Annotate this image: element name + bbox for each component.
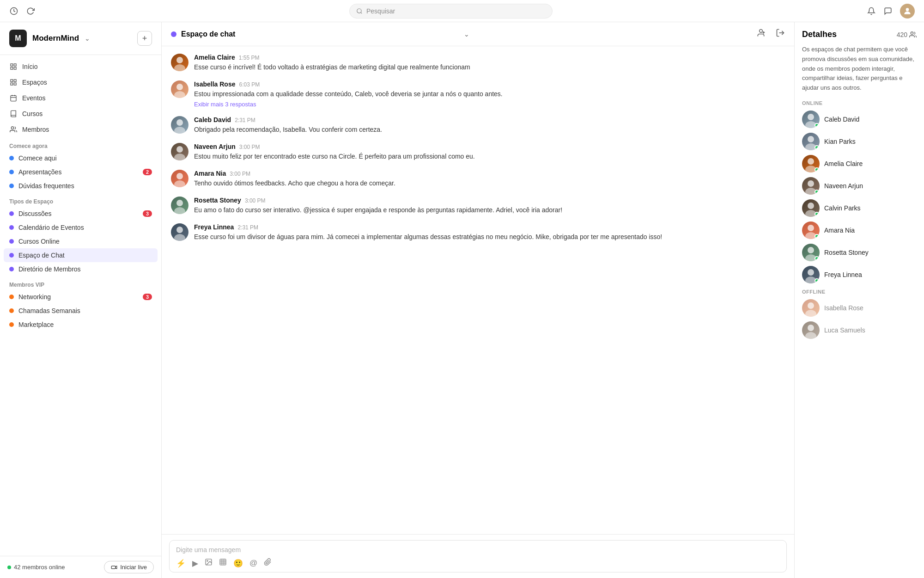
member-name: Kian Parks bbox=[824, 138, 856, 145]
chat-input-placeholder[interactable]: Digite uma mensagem bbox=[176, 546, 780, 558]
image-icon[interactable] bbox=[205, 558, 213, 568]
search-placeholder: Pesquisar bbox=[366, 7, 395, 15]
channel-label: Networking bbox=[18, 293, 51, 301]
channel-apresentacoes[interactable]: Apresentações 2 bbox=[0, 165, 161, 179]
channel-discussoes[interactable]: Discussões 3 bbox=[0, 207, 161, 221]
chat-input-toolbar: ⚡ ▶ 🙂 @ bbox=[176, 558, 780, 568]
details-title: Detalhes bbox=[802, 30, 837, 39]
user-avatar[interactable] bbox=[900, 4, 915, 18]
channel-duvidas[interactable]: Dúvidas frequentes bbox=[0, 179, 161, 193]
svg-point-51 bbox=[808, 180, 814, 187]
details-description: Os espaços de chat permitem que você pro… bbox=[802, 45, 917, 93]
svg-point-34 bbox=[174, 207, 185, 214]
avatar bbox=[802, 155, 820, 172]
message-header: Naveen Arjun 3:00 PM bbox=[194, 143, 785, 150]
avatar bbox=[171, 170, 188, 187]
live-button-label: Iniciar live bbox=[120, 564, 147, 571]
channel-diretorio[interactable]: Diretório de Membros bbox=[0, 262, 161, 276]
channel-marketplace[interactable]: Marketplace bbox=[0, 318, 161, 332]
svg-rect-39 bbox=[220, 559, 226, 565]
message-replies-link[interactable]: Exibir mais 3 respostas bbox=[194, 101, 785, 108]
bell-icon[interactable] bbox=[867, 6, 876, 16]
table-icon[interactable] bbox=[219, 558, 227, 568]
sidebar-nav: Início Espaços Eventos Cursos bbox=[0, 55, 161, 556]
avatar bbox=[802, 221, 820, 239]
sidebar-item-cursos[interactable]: Cursos bbox=[0, 106, 161, 122]
channel-badge: 3 bbox=[143, 210, 152, 217]
svg-point-59 bbox=[808, 269, 814, 276]
details-panel: Detalhes 420 Os espaços de chat permitem… bbox=[795, 22, 924, 578]
sidebar-item-eventos[interactable]: Eventos bbox=[0, 90, 161, 106]
message-text: Esse curso é incrível! É todo voltado à … bbox=[194, 62, 785, 72]
message-time: 1:55 PM bbox=[239, 55, 260, 61]
channel-dot bbox=[9, 267, 14, 271]
emoji-icon[interactable]: 🙂 bbox=[233, 559, 243, 568]
message-author: Caleb David bbox=[194, 116, 231, 123]
message-time: 3:00 PM bbox=[230, 171, 250, 177]
workspace-chevron-icon[interactable]: ⌄ bbox=[85, 35, 90, 42]
lightning-icon[interactable]: ⚡ bbox=[176, 559, 186, 568]
sidebar-item-membros[interactable]: Membros bbox=[0, 122, 161, 137]
message-text: Eu amo o fato do curso ser interativo. @… bbox=[194, 205, 785, 215]
details-header: Detalhes 420 bbox=[802, 30, 917, 39]
online-count: 42 membros online bbox=[14, 564, 65, 571]
avatar bbox=[171, 54, 188, 71]
mention-icon[interactable]: @ bbox=[249, 559, 257, 568]
message-author: Isabella Rose bbox=[194, 80, 236, 88]
message-time: 3:00 PM bbox=[245, 197, 266, 204]
message-header: Amara Nia 3:00 PM bbox=[194, 170, 785, 177]
leave-icon[interactable] bbox=[776, 28, 785, 40]
message-header: Rosetta Stoney 3:00 PM bbox=[194, 197, 785, 204]
table-row: Rosetta Stoney 3:00 PM Eu amo o fato do … bbox=[171, 197, 785, 215]
channel-calendario[interactable]: Calendário de Eventos bbox=[0, 221, 161, 234]
table-row: Freya Linnea 2:31 PM Esse curso foi um d… bbox=[171, 223, 785, 242]
member-name: Naveen Arjun bbox=[824, 182, 863, 190]
svg-point-30 bbox=[174, 154, 185, 160]
chat-title: Espaço de chat bbox=[181, 30, 459, 38]
svg-point-63 bbox=[808, 325, 814, 331]
channel-label: Apresentações bbox=[18, 168, 61, 176]
svg-point-23 bbox=[176, 57, 183, 63]
online-status-badge bbox=[815, 167, 819, 172]
add-member-icon[interactable] bbox=[756, 28, 766, 40]
play-icon[interactable]: ▶ bbox=[192, 559, 198, 568]
channel-label: Diretório de Membros bbox=[18, 265, 81, 273]
search-bar[interactable]: Pesquisar bbox=[349, 4, 553, 18]
channel-label: Marketplace bbox=[18, 321, 54, 328]
chat-icon[interactable] bbox=[883, 6, 893, 16]
channel-espaco-chat[interactable]: Espaço de Chat bbox=[4, 248, 158, 262]
attach-icon[interactable] bbox=[264, 558, 272, 568]
message-header: Caleb David 2:31 PM bbox=[194, 116, 785, 123]
channel-comece-aqui[interactable]: Comece aqui bbox=[0, 151, 161, 165]
online-status-badge bbox=[815, 145, 819, 150]
sidebar-item-inicio[interactable]: Início bbox=[0, 59, 161, 74]
channel-networking[interactable]: Networking 3 bbox=[0, 290, 161, 304]
sidebar-item-espacos[interactable]: Espaços bbox=[0, 74, 161, 90]
list-item: Rosetta Stoney bbox=[802, 244, 917, 261]
add-space-button[interactable]: + bbox=[137, 31, 152, 46]
section-comece-agora: Comece agora bbox=[0, 137, 161, 151]
home-icon bbox=[9, 62, 18, 71]
svg-point-31 bbox=[176, 173, 183, 179]
activity-icon[interactable] bbox=[9, 6, 18, 16]
svg-point-19 bbox=[760, 30, 763, 33]
channel-chamadas[interactable]: Chamadas Semanais bbox=[0, 304, 161, 318]
member-name: Isabella Rose bbox=[824, 304, 863, 312]
message-content: Amara Nia 3:00 PM Tenho ouvido ótimos fe… bbox=[194, 170, 785, 188]
table-row: Caleb David 2:31 PM Obrigado pela recome… bbox=[171, 116, 785, 135]
member-name: Rosetta Stoney bbox=[824, 249, 869, 256]
channel-cursos-online[interactable]: Cursos Online bbox=[0, 234, 161, 248]
svg-rect-4 bbox=[11, 64, 13, 66]
table-row: Amara Nia 3:00 PM Tenho ouvido ótimos fe… bbox=[171, 170, 785, 188]
message-text: Estou impressionada com a qualidade dess… bbox=[194, 89, 785, 99]
grid-icon bbox=[9, 78, 18, 86]
channel-chevron-icon[interactable]: ⌄ bbox=[464, 31, 469, 38]
history-icon[interactable] bbox=[26, 6, 35, 16]
message-content: Isabella Rose 6:03 PM Estou impressionad… bbox=[194, 80, 785, 108]
channel-dot bbox=[9, 225, 14, 230]
message-header: Isabella Rose 6:03 PM bbox=[194, 80, 785, 88]
live-button[interactable]: Iniciar live bbox=[104, 561, 154, 573]
topbar: Pesquisar bbox=[0, 0, 924, 22]
online-status-badge bbox=[815, 234, 819, 239]
espacos-label: Espaços bbox=[22, 79, 47, 86]
